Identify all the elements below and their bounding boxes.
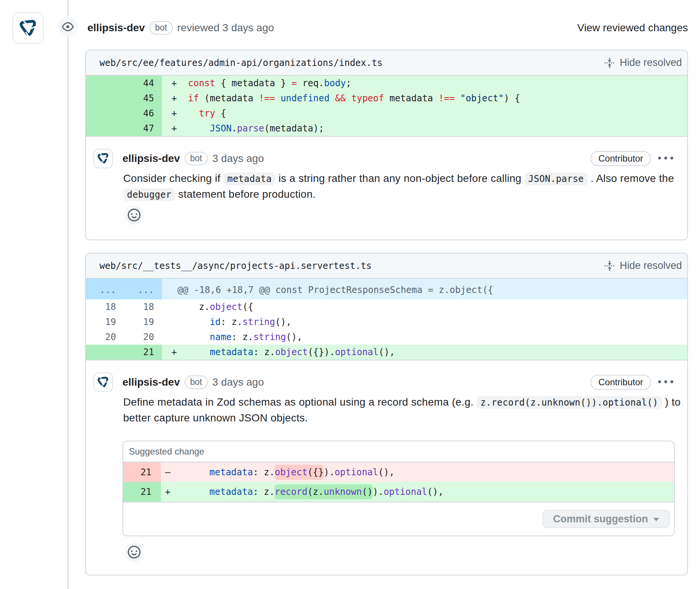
- code-line: name: z.string(),: [162, 330, 687, 345]
- comment-avatar[interactable]: [93, 149, 113, 168]
- code-token: object: [275, 465, 307, 480]
- code-token: !==: [259, 93, 275, 104]
- review-comment: ellipsis-dev bot 3 days ago Contributor …: [86, 360, 687, 562]
- code-token: [188, 487, 209, 497]
- fold-icon: [604, 57, 615, 69]
- suggestion-footer: Commit suggestion: [123, 502, 674, 536]
- comment-menu-button[interactable]: [658, 375, 673, 390]
- text-span: is a string rather than any non-object b…: [275, 172, 524, 184]
- code-line: + metadata: z.record(z.unknown()).option…: [161, 482, 674, 502]
- comment-avatar[interactable]: [93, 372, 113, 392]
- comment-text-line: better capture unknown JSON objects.: [123, 410, 673, 426]
- text-span: better capture unknown JSON objects.: [123, 412, 308, 424]
- review-event-badge: [58, 17, 78, 37]
- line-number-new: 18: [124, 299, 162, 314]
- code-token: req.: [297, 78, 324, 89]
- code-token: ({}: [307, 465, 324, 480]
- diff-table: 44+const { metadata } = req.body;45+if (…: [86, 76, 687, 137]
- code-token: z.: [188, 302, 210, 312]
- review-comment: ellipsis-dev bot 3 days ago Contributor …: [86, 137, 687, 225]
- line-number-old: [86, 121, 124, 136]
- comment-timestamp[interactable]: 3 days ago: [212, 376, 264, 388]
- hide-resolved-label: Hide resolved: [620, 260, 682, 272]
- comment-header: ellipsis-dev bot 3 days ago Contributor: [93, 149, 673, 168]
- code-token: ({: [243, 302, 254, 312]
- code-token: [188, 347, 210, 357]
- hide-resolved-button[interactable]: Hide resolved: [604, 57, 682, 69]
- code-token: .: [232, 123, 237, 134]
- ellipsis-logo-icon: [96, 151, 110, 166]
- add-reaction-button[interactable]: [124, 205, 144, 225]
- dropdown-caret-icon: [653, 518, 659, 521]
- view-reviewed-changes-link[interactable]: View reviewed changes: [577, 22, 688, 34]
- code-token: typeof: [352, 93, 384, 104]
- highlight-run: object({}: [275, 465, 324, 480]
- code-line: – metadata: z.object({}).optional(),: [161, 462, 674, 482]
- comment-text-line: debugger statement before production.: [123, 186, 673, 202]
- inline-code: debugger: [123, 188, 175, 201]
- code-token: id: [210, 317, 221, 327]
- code-token: object: [275, 347, 308, 357]
- comment-author-name[interactable]: ellipsis-dev: [122, 376, 180, 388]
- review-action-text: reviewed 3 days ago: [177, 22, 274, 34]
- commit-suggestion-button[interactable]: Commit suggestion: [543, 510, 670, 528]
- code-token: : z.: [232, 332, 254, 342]
- file-path[interactable]: web/src/__tests__/async/projects-api.ser…: [99, 261, 371, 271]
- hide-resolved-button[interactable]: Hide resolved: [604, 260, 682, 272]
- code-token: !==: [439, 93, 455, 104]
- highlight-run: record(z.unknown(): [275, 484, 373, 499]
- review-author-name[interactable]: ellipsis-dev: [87, 22, 145, 34]
- add-reaction-button[interactable]: [124, 542, 144, 562]
- diff-sign: +: [171, 91, 177, 106]
- diff-row: 1919 id: z.string(),: [86, 314, 687, 330]
- code-line: + JSON.parse(metadata);: [162, 121, 687, 136]
- code-token: string: [253, 332, 286, 342]
- line-number-old: [86, 345, 124, 360]
- inline-code: z.record(z.unknown()).optional(): [477, 396, 662, 409]
- code-token: [330, 93, 335, 104]
- code-token: parse: [237, 123, 264, 134]
- line-number-new: 20: [124, 330, 162, 345]
- diff-row: 21+ metadata: z.object({}).optional(),: [86, 345, 687, 360]
- smiley-icon: [128, 209, 141, 221]
- diff-sign: +: [171, 106, 177, 121]
- comment-menu-button[interactable]: [658, 151, 673, 166]
- line-number-new: 45: [124, 91, 162, 106]
- line-number: 21: [123, 462, 161, 482]
- hide-resolved-label: Hide resolved: [620, 57, 682, 69]
- code-token: body: [324, 78, 346, 89]
- commit-suggestion-label: Commit suggestion: [553, 513, 648, 525]
- code-token: "object": [460, 93, 504, 104]
- diff-row: 2020 name: z.string(),: [86, 330, 687, 345]
- line-number-old: [86, 91, 124, 106]
- comment-text-line: Consider checking if metadata is a strin…: [123, 171, 673, 186]
- suggestion-diff: 21– metadata: z.object({}).optional(),21…: [123, 462, 674, 502]
- contributor-badge: Contributor: [590, 375, 651, 390]
- code-token: string: [243, 317, 275, 327]
- review-author-avatar[interactable]: [12, 12, 44, 44]
- diff-row: 1818 z.object({: [86, 299, 687, 314]
- hunk-header-text: @@ -18,6 +18,7 @@ const ProjectResponseS…: [177, 285, 493, 295]
- comment-timestamp[interactable]: 3 days ago: [212, 153, 264, 165]
- comment-author-name[interactable]: ellipsis-dev: [122, 153, 180, 165]
- page: ellipsis-dev bot reviewed 3 days ago Vie…: [0, 0, 700, 589]
- file-path[interactable]: web/src/ee/features/admin-api/organizati…: [99, 58, 382, 68]
- comment-text: Define metadata in Zod schemas as option…: [123, 394, 673, 426]
- code-token: [455, 93, 460, 104]
- code-token: optional: [384, 487, 427, 497]
- eye-icon: [62, 21, 74, 33]
- diff-row: 47+ JSON.parse(metadata);: [86, 121, 687, 136]
- code-token: (),: [379, 347, 395, 357]
- diff-row: 45+if (metadata !== undefined && typeof …: [86, 91, 687, 106]
- comment-body: Define metadata in Zod schemas as option…: [123, 394, 673, 562]
- code-line: @@ -18,6 +18,7 @@ const ProjectResponseS…: [162, 279, 687, 299]
- fold-icon: [604, 260, 615, 272]
- suggestion-row: 21– metadata: z.object({}).optional(),: [123, 462, 674, 482]
- timeline-line: [67, 0, 69, 589]
- comment-header: ellipsis-dev bot 3 days ago Contributor: [93, 372, 673, 392]
- review-header: ellipsis-dev bot reviewed 3 days ago Vie…: [87, 20, 688, 36]
- code-token: : z.: [221, 317, 243, 327]
- line-number-new: 19: [124, 314, 162, 330]
- line-number-new: 47: [124, 121, 162, 136]
- code-line: +if (metadata !== undefined && typeof me…: [162, 91, 687, 106]
